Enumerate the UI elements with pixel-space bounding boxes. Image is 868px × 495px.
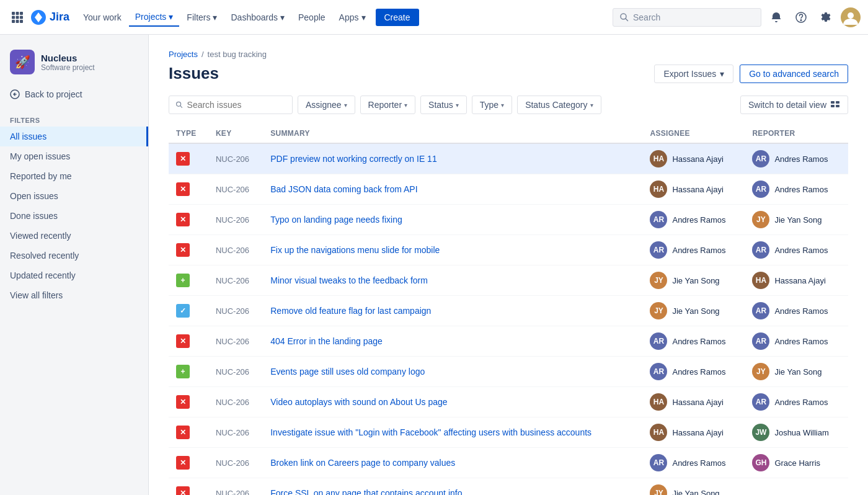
assignee-filter[interactable]: Assignee ▾ [298, 96, 355, 114]
table-row[interactable]: ✕ NUC-206 Bad JSON data coming back from… [169, 174, 848, 205]
table-row[interactable]: + NUC-206 Minor visual tweaks to the fee… [169, 265, 848, 296]
issue-summary[interactable]: Force SSL on any page that contains acco… [270, 488, 462, 495]
assignee-avatar: JY [650, 272, 667, 289]
reporter-name: Andres Ramos [774, 246, 828, 255]
sidebar-item-my-open-issues[interactable]: My open issues [0, 146, 148, 166]
type-icon: ✕ [176, 152, 190, 166]
reporter-cell: AR Andres Ramos [752, 302, 841, 319]
sidebar-item-resolved-recently[interactable]: Resolved recently [0, 246, 148, 265]
issue-summary[interactable]: Typo on landing page needs fixing [270, 215, 402, 225]
nav-people[interactable]: People [292, 9, 332, 26]
search-issues-field[interactable] [187, 100, 286, 110]
issue-summary[interactable]: Events page still uses old company logo [270, 367, 425, 377]
nav-dashboards[interactable]: Dashboards ▾ [224, 9, 291, 26]
assignee-avatar: AR [650, 211, 667, 228]
assignee-name: Hassana Ajayi [672, 398, 723, 407]
issue-summary[interactable]: Fix up the navigations menu slide for mo… [270, 245, 440, 255]
reporter-name: Jie Yan Song [774, 367, 822, 377]
back-to-project[interactable]: Back to project [0, 84, 148, 104]
svg-rect-8 [20, 20, 23, 23]
switch-view-icon [830, 100, 840, 110]
assignee-avatar: AR [650, 363, 667, 380]
create-button[interactable]: Create [376, 9, 419, 26]
switch-view-button[interactable]: Switch to detail view [740, 96, 848, 114]
assignee-name: Hassana Ajayi [672, 185, 723, 194]
reporter-cell: HA Hassana Ajayi [752, 272, 841, 289]
export-issues-button[interactable]: Export Issues ▾ [654, 65, 733, 83]
assignee-cell: AR Andres Ramos [650, 332, 737, 350]
reporter-name: Jie Yan Song [774, 215, 822, 225]
help-button[interactable] [791, 7, 811, 27]
filters-dropdown-icon: ▾ [213, 12, 217, 22]
reporter-filter[interactable]: Reporter ▾ [360, 96, 415, 114]
issue-summary[interactable]: PDF preview not working correctly on IE … [270, 154, 436, 164]
type-icon: + [176, 365, 190, 378]
assignee-avatar: AR [650, 241, 667, 259]
status-caret: ▾ [456, 102, 459, 109]
assignee-name: Andres Ramos [672, 215, 725, 225]
reporter-name: Andres Ramos [774, 185, 828, 194]
table-row[interactable]: ✕ NUC-206 Broken link on Careers page to… [169, 448, 848, 478]
project-name: Nucleus [41, 53, 95, 63]
project-icon: 🚀 [10, 50, 35, 74]
status-filter[interactable]: Status ▾ [420, 96, 467, 114]
issue-summary[interactable]: Video autoplays with sound on About Us p… [270, 397, 447, 407]
grid-icon[interactable] [7, 7, 27, 27]
reporter-avatar: AR [752, 302, 769, 319]
sidebar-item-reported-by-me[interactable]: Reported by me [0, 166, 148, 186]
assignee-cell: JY Jie Yan Song [650, 302, 737, 319]
issue-summary[interactable]: Investigate issue with "Login with Faceb… [270, 427, 591, 437]
assignee-avatar: AR [650, 454, 667, 471]
nav-your-work[interactable]: Your work [77, 9, 128, 26]
settings-button[interactable] [816, 7, 836, 27]
projects-dropdown-icon: ▾ [169, 12, 173, 22]
main-nav: Your work Projects ▾ Filters ▾ Dashboard… [77, 8, 610, 27]
svg-rect-0 [12, 12, 15, 15]
breadcrumb: Projects / test bug tracking [169, 50, 848, 59]
table-row[interactable]: ✕ NUC-206 Video autoplays with sound on … [169, 387, 848, 417]
sidebar-item-all-issues[interactable]: All issues [0, 127, 148, 146]
nav-projects[interactable]: Projects ▾ [129, 8, 180, 27]
type-icon: ✕ [176, 334, 190, 348]
table-row[interactable]: ✕ NUC-206 PDF preview not working correc… [169, 143, 848, 174]
table-row[interactable]: + NUC-206 Events page still uses old com… [169, 357, 848, 387]
status-category-filter[interactable]: Status Category ▾ [517, 96, 601, 114]
issue-summary[interactable]: 404 Error in the landing page [270, 336, 383, 346]
issue-summary[interactable]: Remove old feature flag for last campaig… [270, 306, 431, 316]
nav-filters[interactable]: Filters ▾ [180, 9, 223, 26]
breadcrumb-project-name: test bug tracking [208, 50, 267, 59]
reporter-avatar: JY [752, 211, 769, 228]
notifications-button[interactable] [766, 7, 786, 27]
breadcrumb-projects[interactable]: Projects [169, 50, 198, 59]
assignee-cell: AR Andres Ramos [650, 211, 737, 228]
table-row[interactable]: ✕ NUC-206 Investigate issue with "Login … [169, 417, 848, 448]
table-row[interactable]: ✕ NUC-206 404 Error in the landing page … [169, 326, 848, 357]
table-row[interactable]: ✕ NUC-206 Typo on landing page needs fix… [169, 205, 848, 235]
issue-summary[interactable]: Bad JSON data coming back from API [270, 184, 417, 194]
sidebar-item-viewed-recently[interactable]: Viewed recently [0, 226, 148, 246]
assignee-name: Andres Ramos [672, 458, 725, 468]
user-avatar[interactable] [841, 7, 861, 27]
sidebar-item-updated-recently[interactable]: Updated recently [0, 265, 148, 285]
nav-apps[interactable]: Apps ▾ [333, 9, 372, 26]
issue-key: NUC-206 [208, 143, 263, 174]
col-type: Type [169, 124, 208, 143]
search-issues-input[interactable] [169, 96, 293, 114]
table-row[interactable]: ✕ NUC-206 Fix up the navigations menu sl… [169, 235, 848, 265]
advanced-search-button[interactable]: Go to advanced search [740, 65, 848, 83]
back-icon [10, 89, 20, 99]
view-all-filters-link[interactable]: View all filters [0, 285, 148, 305]
table-row[interactable]: ✓ NUC-206 Remove old feature flag for la… [169, 296, 848, 326]
reporter-cell: AR Andres Ramos [752, 181, 841, 198]
issue-summary[interactable]: Broken link on Careers page to company v… [270, 458, 455, 468]
assignee-name: Hassana Ajayi [672, 154, 723, 164]
jira-logo[interactable]: Jira [30, 9, 69, 26]
sidebar-item-done-issues[interactable]: Done issues [0, 206, 148, 226]
type-filter[interactable]: Type ▾ [472, 96, 512, 114]
reporter-name: Grace Harris [774, 458, 820, 468]
global-search[interactable]: Search [613, 8, 761, 27]
sidebar-item-open-issues[interactable]: Open issues [0, 186, 148, 206]
svg-rect-7 [16, 20, 19, 23]
issue-summary[interactable]: Minor visual tweaks to the feedback form [270, 275, 428, 285]
table-row[interactable]: ✕ NUC-206 Force SSL on any page that con… [169, 478, 848, 496]
